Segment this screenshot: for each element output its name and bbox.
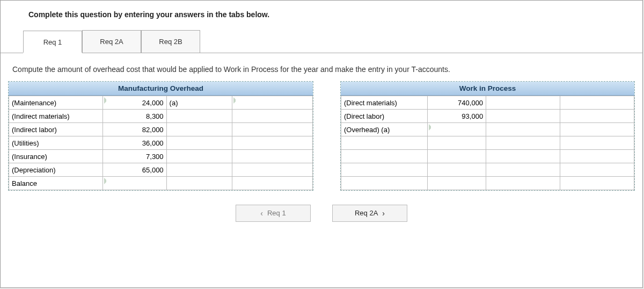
wip-debit-input[interactable]: 740,000 [427,96,486,110]
sub-instruction: Compute the amount of overhead cost that… [1,53,642,81]
wip-row-label [341,136,427,150]
table-row [341,163,634,177]
wip-row-label: (Direct labor) [341,110,427,123]
mo-debit-input[interactable]: 36,000 [103,136,166,150]
mo-note-cell [166,136,232,150]
mo-row-label: (Indirect labor) [9,123,103,136]
mo-balance-note [166,177,232,190]
wip-row-label: (Overhead) (a) [341,123,427,136]
tab-req-2b[interactable]: Req 2B [141,30,200,53]
wip-debit-input[interactable] [427,150,486,163]
prev-label: Req 1 [267,205,286,222]
wip-note-cell [486,177,560,190]
wip-note-cell [486,110,560,123]
mo-debit-input[interactable]: 65,000 [103,163,166,177]
wip-row-label: (Direct materials) [341,96,427,110]
wip-credit-input[interactable] [560,96,634,110]
mo-row-label: (Insurance) [9,150,103,163]
table-row: (Maintenance) 24,000 (a) [9,96,313,110]
wip-credit-input[interactable] [560,123,634,136]
wip-debit-input[interactable]: 93,000 [427,110,486,123]
wip-note-cell [486,163,560,177]
mo-row-label: (Maintenance) [9,96,103,110]
mo-credit-input[interactable] [232,136,313,150]
mo-credit-input[interactable] [232,96,313,110]
tab-req-2a[interactable]: Req 2A [82,30,141,53]
wip-debit-input[interactable] [427,163,486,177]
mo-note-cell [166,150,232,163]
nav-row: ‹ Req 1 Req 2A › [1,205,642,222]
mo-balance-credit[interactable] [232,177,313,190]
table-row: (Indirect materials) 8,300 [9,110,313,123]
prev-button[interactable]: ‹ Req 1 [236,205,311,222]
mo-credit-input[interactable] [232,123,313,136]
chevron-right-icon: › [382,205,385,222]
t-account-work-in-process: Work in Process (Direct materials) 740,0… [340,81,635,191]
table-row: (Overhead) (a) [341,123,634,136]
wip-credit-input[interactable] [560,110,634,123]
wip-credit-input[interactable] [560,136,634,150]
table-row [341,136,634,150]
table-row [341,177,634,190]
mo-credit-input[interactable] [232,150,313,163]
mo-table: (Maintenance) 24,000 (a) (Indirect mater… [9,96,313,190]
chevron-left-icon: ‹ [260,205,263,222]
mo-note-cell [166,123,232,136]
wip-credit-input[interactable] [560,163,634,177]
mo-debit-input[interactable]: 24,000 [103,96,166,110]
table-row: (Utilities) 36,000 [9,136,313,150]
table-row: (Insurance) 7,300 [9,150,313,163]
wip-note-cell [486,150,560,163]
wip-table: (Direct materials) 740,000 (Direct labor… [341,96,634,190]
mo-credit-input[interactable] [232,163,313,177]
next-button[interactable]: Req 2A › [332,205,407,222]
wip-credit-input[interactable] [560,150,634,163]
next-label: Req 2A [355,205,378,222]
wip-credit-input[interactable] [560,177,634,190]
mo-row-label: (Utilities) [9,136,103,150]
mo-row-label: (Indirect materials) [9,110,103,123]
question-panel: Complete this question by entering your … [0,0,643,288]
wip-note-cell [486,136,560,150]
wip-row-label [341,163,427,177]
table-row: (Indirect labor) 82,000 [9,123,313,136]
mo-credit-input[interactable] [232,110,313,123]
mo-debit-input[interactable]: 8,300 [103,110,166,123]
mo-note-cell [166,110,232,123]
mo-balance-label: Balance [9,177,103,190]
table-row [341,150,634,163]
wip-debit-input[interactable] [427,177,486,190]
instruction-text: Complete this question by entering your … [1,1,642,28]
table-row: (Depreciation) 65,000 [9,163,313,177]
t-account-manufacturing-overhead: Manufacturing Overhead (Maintenance) 24,… [8,81,313,191]
mo-debit-input[interactable]: 82,000 [103,123,166,136]
wip-row-label [341,177,427,190]
wip-note-cell [486,96,560,110]
wip-debit-input[interactable] [427,123,486,136]
mo-debit-input[interactable]: 7,300 [103,150,166,163]
wip-header: Work in Process [341,82,634,96]
mo-balance-debit[interactable] [103,177,166,190]
tab-req-1[interactable]: Req 1 [23,31,82,53]
table-row-balance: Balance [9,177,313,190]
table-row: (Direct materials) 740,000 [341,96,634,110]
wip-note-cell [486,123,560,136]
t-accounts-area: Manufacturing Overhead (Maintenance) 24,… [1,81,642,191]
mo-note-cell [166,163,232,177]
mo-row-label: (Depreciation) [9,163,103,177]
mo-note-cell: (a) [166,96,232,110]
wip-row-label [341,150,427,163]
wip-debit-input[interactable] [427,136,486,150]
tab-row: Req 1 Req 2A Req 2B [1,28,642,53]
table-row: (Direct labor) 93,000 [341,110,634,123]
mo-header: Manufacturing Overhead [9,82,313,96]
